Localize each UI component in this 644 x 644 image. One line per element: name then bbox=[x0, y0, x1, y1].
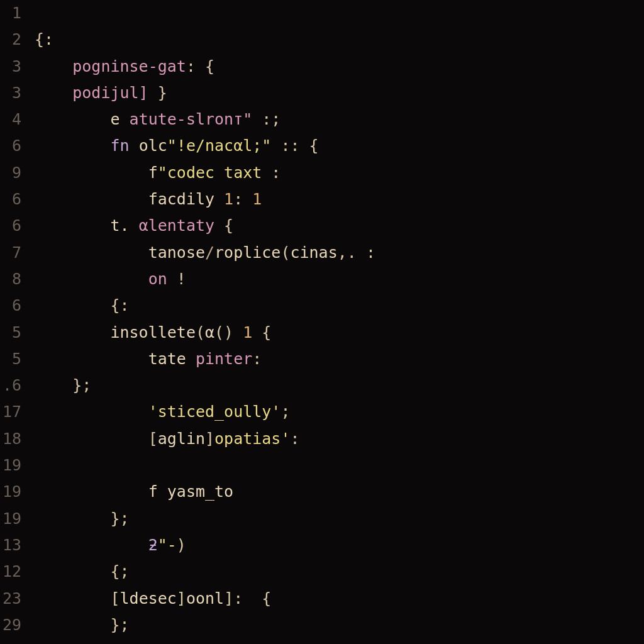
line-number: 23 bbox=[0, 586, 25, 612]
code-line[interactable]: facdily 1: 1 bbox=[25, 186, 644, 213]
token: tate bbox=[148, 350, 196, 368]
code-line[interactable]: pogninse-gat: { bbox=[25, 53, 644, 80]
code-line[interactable]: t. αlentaty { bbox=[25, 213, 644, 239]
token: {: bbox=[35, 30, 53, 48]
code-line[interactable]: {; bbox=[25, 638, 644, 644]
code-line[interactable]: f"codec taxt : bbox=[25, 160, 644, 186]
token bbox=[252, 323, 262, 341]
token: 1 bbox=[224, 190, 233, 208]
token: ) bbox=[177, 536, 186, 554]
token: : bbox=[271, 164, 280, 182]
token: : bbox=[233, 190, 252, 208]
token: αlentaty bbox=[139, 216, 214, 235]
line-number: 5 bbox=[0, 319, 25, 346]
line-number: 19 bbox=[0, 506, 25, 532]
token: f yasm_to bbox=[148, 482, 233, 501]
token: }; bbox=[72, 376, 91, 394]
token: [ bbox=[148, 430, 158, 448]
token: "- bbox=[158, 536, 177, 554]
line-number: 17 bbox=[0, 399, 25, 425]
token: α bbox=[205, 323, 214, 341]
code-line[interactable]: }; bbox=[25, 506, 644, 532]
code-line[interactable]: f yasm_to bbox=[25, 479, 644, 505]
token bbox=[148, 84, 158, 102]
token: 1 bbox=[243, 323, 252, 341]
token: ,. : bbox=[338, 243, 375, 262]
token: : { bbox=[186, 57, 214, 75]
code-line[interactable] bbox=[25, 0, 644, 26]
token: fn bbox=[110, 136, 138, 155]
line-number: 3 bbox=[0, 80, 25, 106]
token: {: bbox=[110, 296, 129, 314]
line-number: 7 bbox=[0, 240, 25, 266]
line-number: .6 bbox=[0, 372, 25, 399]
code-line[interactable]: }; bbox=[25, 372, 644, 399]
line-number: 26 bbox=[0, 638, 25, 644]
token: () bbox=[214, 323, 243, 341]
token: oonl bbox=[186, 589, 224, 608]
token: insollete bbox=[110, 323, 195, 341]
code-line[interactable]: [aglin]opatias': bbox=[25, 426, 644, 452]
token: opatias' bbox=[214, 430, 290, 448]
code-line[interactable]: 'sticed_oully'; bbox=[25, 399, 644, 425]
line-number-gutter: 12334696678655.617181919191312232926 bbox=[0, 0, 25, 644]
code-line[interactable]: [ldesec]oonl]: { bbox=[25, 586, 644, 612]
line-number: 9 bbox=[0, 160, 25, 186]
line-number: 19 bbox=[0, 479, 25, 505]
token: :: { bbox=[280, 136, 318, 155]
token: atute-slronт" bbox=[130, 110, 253, 128]
line-number: 13 bbox=[0, 532, 25, 558]
token: pinter bbox=[196, 350, 252, 368]
token bbox=[271, 136, 280, 155]
line-number: 29 bbox=[0, 612, 25, 638]
token: podijul] bbox=[72, 84, 148, 102]
token: 1 bbox=[252, 190, 262, 208]
line-number: 19 bbox=[0, 452, 25, 479]
code-line[interactable]: tate pinter: bbox=[25, 346, 644, 372]
token: : bbox=[252, 350, 262, 368]
token: ] bbox=[205, 430, 214, 448]
token: { bbox=[224, 216, 233, 235]
token: e bbox=[110, 110, 129, 128]
code-line[interactable]: fn olc"!e/nacαl;" :: { bbox=[25, 133, 644, 159]
code-line[interactable]: ƻ"-) bbox=[25, 532, 644, 558]
token: }; bbox=[110, 509, 129, 528]
line-number: 2 bbox=[0, 26, 25, 53]
code-line[interactable]: insollete(α() 1 { bbox=[25, 319, 644, 346]
token bbox=[214, 216, 224, 235]
token: "!e/nacαl;" bbox=[167, 136, 272, 155]
line-number: 12 bbox=[0, 558, 25, 585]
token: :; bbox=[262, 110, 280, 128]
token: ; bbox=[280, 402, 290, 421]
line-number: 1 bbox=[0, 0, 25, 26]
line-number: 6 bbox=[0, 292, 25, 319]
code-editor-content[interactable]: {: pogninse-gat: { podijul] } e atute-sl… bbox=[25, 0, 644, 644]
token: olc bbox=[139, 136, 167, 155]
code-line[interactable]: {: bbox=[25, 292, 644, 319]
token: {; bbox=[110, 562, 129, 580]
code-line[interactable]: podijul] } bbox=[25, 80, 644, 106]
token: aglin bbox=[158, 430, 205, 448]
token: ] bbox=[177, 589, 186, 608]
code-line[interactable]: tanose/roplice(cinas,. : bbox=[25, 240, 644, 266]
code-line[interactable]: {: bbox=[25, 26, 644, 53]
token: ]: { bbox=[224, 589, 271, 608]
code-line[interactable]: on ! bbox=[25, 266, 644, 292]
line-number: 6 bbox=[0, 213, 25, 239]
token: / bbox=[205, 243, 214, 262]
code-line[interactable]: {; bbox=[25, 558, 644, 585]
code-line[interactable]: }; bbox=[25, 612, 644, 638]
token: ƻ bbox=[148, 536, 158, 554]
token: pogninse-gat bbox=[72, 57, 186, 75]
line-number: 6 bbox=[0, 186, 25, 213]
token: ! bbox=[177, 270, 186, 288]
code-line[interactable]: e atute-slronт" :; bbox=[25, 106, 644, 133]
token: [ bbox=[110, 589, 119, 608]
token: roplice bbox=[214, 243, 280, 262]
line-number: 4 bbox=[0, 106, 25, 133]
line-number: 18 bbox=[0, 426, 25, 452]
token: ( bbox=[196, 323, 205, 341]
code-line[interactable] bbox=[25, 452, 644, 479]
line-number: 5 bbox=[0, 346, 25, 372]
token: "codec taxt bbox=[158, 164, 272, 182]
